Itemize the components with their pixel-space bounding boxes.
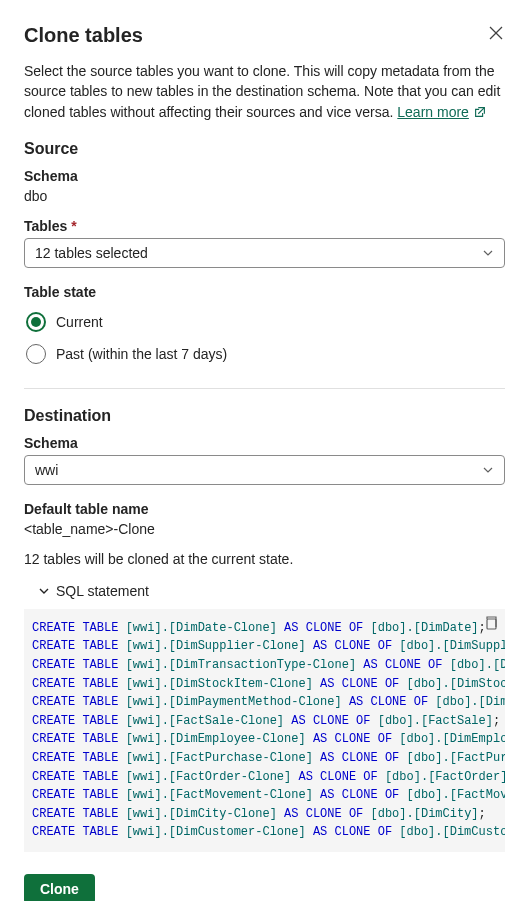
source-schema-value: dbo	[24, 188, 505, 204]
clone-status-text: 12 tables will be cloned at the current …	[24, 551, 505, 567]
description-text: Select the source tables you want to clo…	[24, 61, 505, 122]
sql-statement-toggle[interactable]: SQL statement	[24, 577, 505, 609]
learn-more-link[interactable]: Learn more	[397, 102, 487, 122]
section-divider	[24, 388, 505, 389]
copy-icon[interactable]	[483, 615, 499, 631]
radio-past[interactable]: Past (within the last 7 days)	[24, 338, 505, 370]
sql-row: CREATE TABLE [wwi].[DimPaymentMethod-Clo…	[32, 693, 497, 712]
external-link-icon	[473, 105, 487, 119]
sql-row: CREATE TABLE [wwi].[FactPurchase-Clone] …	[32, 749, 497, 768]
chevron-down-icon	[38, 585, 50, 597]
sql-row: CREATE TABLE [wwi].[FactMovement-Clone] …	[32, 786, 497, 805]
dest-schema-label: Schema	[24, 435, 505, 451]
table-state-label: Table state	[24, 284, 505, 300]
sql-row: CREATE TABLE [wwi].[FactOrder-Clone] AS …	[32, 768, 497, 787]
chevron-down-icon	[482, 464, 494, 476]
radio-current-label: Current	[56, 314, 103, 330]
sql-row: CREATE TABLE [wwi].[DimStockItem-Clone] …	[32, 675, 497, 694]
sql-row: CREATE TABLE [wwi].[DimEmployee-Clone] A…	[32, 730, 497, 749]
radio-current[interactable]: Current	[24, 306, 505, 338]
radio-icon-unchecked	[26, 344, 46, 364]
dest-schema-value: wwi	[35, 462, 58, 478]
sql-row: CREATE TABLE [wwi].[DimDate-Clone] AS CL…	[32, 619, 497, 638]
radio-icon-checked	[26, 312, 46, 332]
sql-row: CREATE TABLE [wwi].[FactSale-Clone] AS C…	[32, 712, 497, 731]
tables-dropdown[interactable]: 12 tables selected	[24, 238, 505, 268]
dest-schema-dropdown[interactable]: wwi	[24, 455, 505, 485]
source-schema-label: Schema	[24, 168, 505, 184]
sql-row: CREATE TABLE [wwi].[DimTransactionType-C…	[32, 656, 497, 675]
radio-past-label: Past (within the last 7 days)	[56, 346, 227, 362]
close-icon	[489, 26, 503, 40]
default-table-name-value: <table_name>-Clone	[24, 521, 505, 537]
tables-dropdown-value: 12 tables selected	[35, 245, 148, 261]
source-heading: Source	[24, 140, 505, 158]
sql-row: CREATE TABLE [wwi].[DimCustomer-Clone] A…	[32, 823, 497, 842]
destination-heading: Destination	[24, 407, 505, 425]
default-table-name-label: Default table name	[24, 501, 505, 517]
sql-row: CREATE TABLE [wwi].[DimSupplier-Clone] A…	[32, 637, 497, 656]
close-button[interactable]	[487, 24, 505, 42]
chevron-down-icon	[482, 247, 494, 259]
sql-statement-label: SQL statement	[56, 583, 149, 599]
page-title: Clone tables	[24, 24, 143, 47]
tables-label: Tables	[24, 218, 505, 234]
sql-code-block: CREATE TABLE [wwi].[DimDate-Clone] AS CL…	[24, 609, 505, 852]
clone-button[interactable]: Clone	[24, 874, 95, 901]
sql-row: CREATE TABLE [wwi].[DimCity-Clone] AS CL…	[32, 805, 497, 824]
svg-rect-2	[487, 619, 496, 629]
